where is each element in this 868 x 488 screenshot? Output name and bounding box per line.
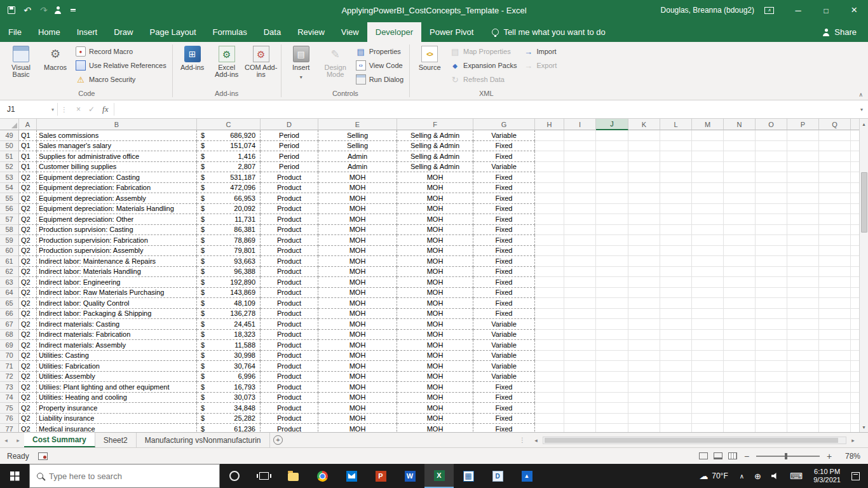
cell[interactable] xyxy=(756,235,787,246)
cell[interactable]: MOH xyxy=(318,319,397,330)
cell[interactable]: Product xyxy=(261,256,318,267)
visual-basic-button[interactable]: Visual Basic xyxy=(4,43,38,88)
cell[interactable]: Customer billing supplies xyxy=(37,162,197,173)
cell[interactable] xyxy=(724,424,756,432)
cell[interactable]: Product xyxy=(261,351,318,362)
cell[interactable] xyxy=(724,183,756,194)
cell[interactable] xyxy=(564,340,596,351)
cell[interactable] xyxy=(535,193,564,204)
cell[interactable]: Fixed xyxy=(473,256,535,267)
cell[interactable]: Q2 xyxy=(19,319,37,330)
cell[interactable]: MOH xyxy=(318,298,397,309)
cell[interactable]: Fixed xyxy=(473,172,535,183)
cell[interactable] xyxy=(660,298,692,309)
start-button[interactable] xyxy=(0,464,29,488)
cell[interactable]: MOH xyxy=(397,235,473,246)
cell[interactable] xyxy=(692,183,724,194)
column-header-L[interactable]: L xyxy=(660,119,692,130)
app-photos-taskbar-button[interactable] xyxy=(512,464,541,488)
cell[interactable] xyxy=(724,298,756,309)
cell[interactable]: Product xyxy=(261,193,318,204)
cell[interactable] xyxy=(660,225,692,236)
sheet-tab-sheet2[interactable]: Sheet2 xyxy=(95,433,137,447)
cell[interactable]: $6,996 xyxy=(197,372,261,383)
insert-function-button[interactable]: fx xyxy=(102,104,108,114)
cell[interactable] xyxy=(724,414,756,424)
cell[interactable] xyxy=(724,340,756,351)
cell[interactable] xyxy=(535,214,564,225)
cell[interactable]: Fixed xyxy=(473,393,535,403)
row-header[interactable]: 76 xyxy=(0,414,19,424)
cell[interactable] xyxy=(787,288,819,299)
cell[interactable]: Admin xyxy=(318,151,397,162)
cell[interactable] xyxy=(564,288,596,299)
cell[interactable] xyxy=(660,267,692,278)
cell[interactable]: $34,848 xyxy=(197,403,261,414)
cell[interactable]: Q2 xyxy=(19,204,37,215)
row-header[interactable]: 56 xyxy=(0,204,19,215)
cell[interactable]: Fixed xyxy=(473,414,535,424)
cell[interactable] xyxy=(564,361,596,372)
cell[interactable] xyxy=(596,351,628,362)
cell[interactable]: Indirect materials: Casting xyxy=(37,319,197,330)
cell[interactable] xyxy=(692,298,724,309)
cell[interactable]: Selling & Admin xyxy=(397,141,473,152)
cell[interactable]: Fixed xyxy=(473,141,535,152)
cell[interactable] xyxy=(596,130,628,141)
cell[interactable] xyxy=(628,151,660,162)
cell[interactable] xyxy=(692,130,724,141)
cell[interactable]: MOH xyxy=(318,193,397,204)
cell[interactable]: $151,074 xyxy=(197,141,261,152)
task-view-button[interactable] xyxy=(249,464,278,488)
cell[interactable] xyxy=(787,193,819,204)
properties-button[interactable]: Properties xyxy=(353,44,407,58)
cell[interactable] xyxy=(535,382,564,393)
cell[interactable]: Selling xyxy=(318,141,397,152)
cell[interactable]: Product xyxy=(261,393,318,403)
cell[interactable]: Indirect labor: Packaging & Shipping xyxy=(37,309,197,320)
column-header-A[interactable]: A xyxy=(19,119,37,130)
cell[interactable]: MOH xyxy=(397,319,473,330)
cell[interactable]: MOH xyxy=(397,225,473,236)
cell[interactable]: Product xyxy=(261,424,318,432)
cell[interactable]: Fixed xyxy=(473,382,535,393)
cell[interactable]: MOH xyxy=(397,403,473,414)
cell[interactable] xyxy=(564,214,596,225)
cell[interactable] xyxy=(692,414,724,424)
cell[interactable]: Product xyxy=(261,382,318,393)
cell[interactable] xyxy=(756,351,787,362)
cell[interactable]: Utilities: Fabrication xyxy=(37,361,197,372)
cell[interactable]: MOH xyxy=(318,424,397,432)
cell[interactable] xyxy=(564,414,596,424)
sheet-nav-prev-button[interactable] xyxy=(0,433,12,447)
cell[interactable]: Q2 xyxy=(19,214,37,225)
cell[interactable] xyxy=(692,235,724,246)
cell[interactable] xyxy=(756,403,787,414)
cell[interactable] xyxy=(660,204,692,215)
cell[interactable]: Product xyxy=(261,214,318,225)
cell[interactable] xyxy=(819,424,851,432)
cell[interactable]: MOH xyxy=(397,277,473,288)
cell[interactable]: MOH xyxy=(318,288,397,299)
weather-widget[interactable]: 70°F xyxy=(693,471,734,481)
file-explorer-taskbar-button[interactable] xyxy=(278,464,308,488)
cell[interactable] xyxy=(756,193,787,204)
row-header[interactable]: 57 xyxy=(0,214,19,225)
cell[interactable]: Fixed xyxy=(473,214,535,225)
cell[interactable]: Q2 xyxy=(19,235,37,246)
cell[interactable]: Indirect labor: Engineering xyxy=(37,277,197,288)
column-header-M[interactable]: M xyxy=(692,119,724,130)
cell[interactable]: Q2 xyxy=(19,361,37,372)
row-header[interactable]: 61 xyxy=(0,256,19,267)
cell[interactable]: Fixed xyxy=(473,277,535,288)
undo-button[interactable] xyxy=(23,6,32,15)
cell[interactable] xyxy=(596,340,628,351)
tab-file[interactable]: File xyxy=(0,22,30,42)
cell[interactable]: Product xyxy=(261,172,318,183)
cell[interactable] xyxy=(756,130,787,141)
cell[interactable] xyxy=(535,309,564,320)
cell[interactable] xyxy=(692,424,724,432)
cell[interactable]: MOH xyxy=(318,235,397,246)
cell[interactable]: Fixed xyxy=(473,267,535,278)
row-header[interactable]: 69 xyxy=(0,340,19,351)
